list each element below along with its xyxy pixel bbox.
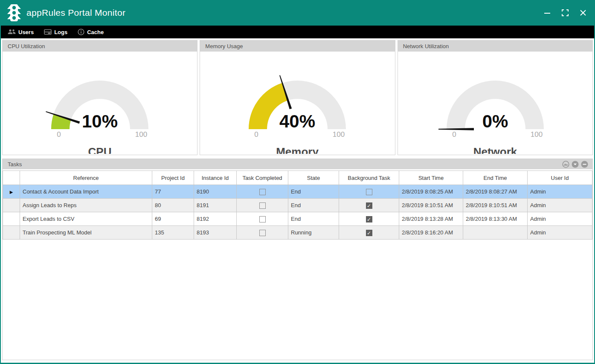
cell-instance-id[interactable]: 8192 [194, 212, 237, 226]
svg-text:40%: 40% [279, 111, 315, 131]
cpu-gauge: 10%0100CPU [3, 52, 197, 154]
cell-start-time[interactable]: 2/8/2019 8:16:20 AM [399, 226, 463, 240]
cell-project-id[interactable]: 69 [152, 212, 194, 226]
cell-task-completed[interactable] [237, 212, 288, 226]
tasks-title: Tasks [8, 161, 22, 168]
cell-project-id[interactable]: 77 [152, 185, 194, 199]
cell-reference[interactable]: Assign Leads to Reps [20, 199, 152, 212]
col-instance-id[interactable]: Instance Id [194, 171, 237, 185]
cell-state[interactable]: End [288, 212, 339, 226]
checkbox[interactable]: ✓ [366, 216, 372, 222]
users-icon [8, 29, 16, 35]
cell-start-time[interactable]: 2/8/2019 8:13:28 AM [399, 212, 463, 226]
traffic-light-icon [7, 4, 21, 22]
menu-label: Cache [87, 29, 104, 35]
row-indicator-cell [3, 212, 20, 226]
network-panel-header: Network Utilization [398, 40, 592, 52]
panel-remove-button[interactable] [581, 161, 588, 168]
table-row[interactable]: Assign Leads to Reps808191End✓2/8/2019 8… [3, 199, 592, 212]
checkbox[interactable] [259, 189, 266, 195]
tasks-panel: Tasks [2, 159, 593, 360]
menu-label: Logs [54, 29, 67, 35]
row-indicator-cell: ▶ [3, 185, 20, 199]
cell-user-id[interactable]: Admin [528, 212, 592, 226]
cell-task-completed[interactable] [237, 226, 288, 240]
cell-end-time[interactable]: 2/8/2019 8:08:27 AM [463, 185, 528, 199]
col-task-completed[interactable]: Task Completed [237, 171, 288, 185]
checkbox[interactable] [259, 202, 266, 209]
cell-task-completed[interactable] [237, 185, 288, 199]
cell-user-id[interactable]: Admin [528, 199, 592, 212]
col-indicator[interactable] [3, 171, 20, 185]
maximize-button[interactable] [560, 8, 570, 18]
cell-instance-id[interactable]: 8191 [194, 199, 237, 212]
grid-header-row: Reference Project Id Instance Id Task Co… [3, 171, 592, 185]
cpu-panel-header: CPU Utilization [3, 40, 197, 52]
cell-user-id[interactable]: Admin [528, 226, 592, 240]
table-row[interactable]: Export Leads to CSV698192End✓2/8/2019 8:… [3, 212, 592, 226]
svg-text:0%: 0% [482, 111, 508, 131]
checkbox[interactable] [366, 189, 372, 195]
cell-reference[interactable]: Contact & Account Data Import [20, 185, 152, 199]
app-title: appRules Portal Monitor [26, 8, 125, 18]
cell-state[interactable]: End [288, 199, 339, 212]
cell-task-completed[interactable] [237, 199, 288, 212]
cell-end-time[interactable]: 2/8/2019 8:10:51 AM [463, 199, 528, 212]
col-end-time[interactable]: End Time [463, 171, 528, 185]
col-background-task[interactable]: Background Task [339, 171, 399, 185]
cell-start-time[interactable]: 2/8/2019 8:10:51 AM [399, 199, 463, 212]
svg-text:0: 0 [452, 130, 456, 139]
logs-icon [44, 29, 52, 35]
memory-panel-header: Memory Usage [200, 40, 395, 52]
cell-background-task[interactable]: ✓ [339, 226, 399, 240]
cell-project-id[interactable]: 80 [152, 199, 194, 212]
checkbox[interactable] [259, 216, 266, 222]
memory-panel: Memory Usage 40%0100Memory [200, 40, 395, 155]
cell-state[interactable]: End [288, 185, 339, 199]
app-window: appRules Portal Monitor [0, 0, 595, 364]
minimize-button[interactable] [542, 8, 552, 18]
cell-project-id[interactable]: 135 [152, 226, 194, 240]
cell-state[interactable]: Running [288, 226, 339, 240]
cell-background-task[interactable]: ✓ [339, 212, 399, 226]
menu-item-users[interactable]: Users [4, 26, 37, 38]
checkbox[interactable] [259, 230, 266, 236]
current-row-arrow-icon: ▶ [10, 190, 13, 194]
svg-text:0: 0 [255, 130, 258, 139]
col-start-time[interactable]: Start Time [399, 171, 463, 185]
svg-text:100: 100 [135, 130, 147, 139]
cell-reference[interactable]: Export Leads to CSV [20, 212, 152, 226]
cell-instance-id[interactable]: 8190 [194, 185, 237, 199]
panel-chart-button[interactable] [562, 161, 569, 168]
title-bar: appRules Portal Monitor [1, 0, 594, 26]
col-state[interactable]: State [288, 171, 339, 185]
cell-start-time[interactable]: 2/8/2019 8:08:25 AM [399, 185, 463, 199]
memory-gauge: 40%0100Memory [200, 52, 395, 154]
col-reference[interactable]: Reference [20, 171, 152, 185]
table-row[interactable]: ▶Contact & Account Data Import778190End2… [3, 185, 592, 199]
cell-background-task[interactable] [339, 185, 399, 199]
cell-instance-id[interactable]: 8193 [194, 226, 237, 240]
cell-background-task[interactable]: ✓ [339, 199, 399, 212]
svg-text:0: 0 [57, 130, 61, 139]
menu-label: Users [18, 29, 34, 35]
menu-item-logs[interactable]: Logs [41, 26, 71, 38]
table-row[interactable]: Train Prospecting ML Model1358193Running… [3, 226, 592, 240]
svg-text:100: 100 [333, 130, 345, 139]
row-indicator-cell [3, 226, 20, 240]
menu-bar: Users Logs Cache [1, 26, 594, 38]
row-indicator-cell [3, 199, 20, 212]
cell-end-time[interactable]: 2/8/2019 8:13:30 AM [463, 212, 528, 226]
cell-reference[interactable]: Train Prospecting ML Model [20, 226, 152, 240]
menu-item-cache[interactable]: Cache [74, 26, 107, 38]
cell-user-id[interactable]: Admin [528, 185, 592, 199]
svg-text:Network: Network [473, 145, 517, 154]
col-project-id[interactable]: Project Id [152, 171, 194, 185]
checkbox[interactable]: ✓ [366, 230, 372, 236]
tasks-panel-header: Tasks [3, 159, 592, 169]
checkbox[interactable]: ✓ [366, 202, 372, 209]
cell-end-time[interactable] [463, 226, 528, 240]
panel-collapse-button[interactable] [572, 161, 579, 168]
close-button[interactable] [578, 8, 588, 18]
col-user-id[interactable]: User Id [528, 171, 592, 185]
